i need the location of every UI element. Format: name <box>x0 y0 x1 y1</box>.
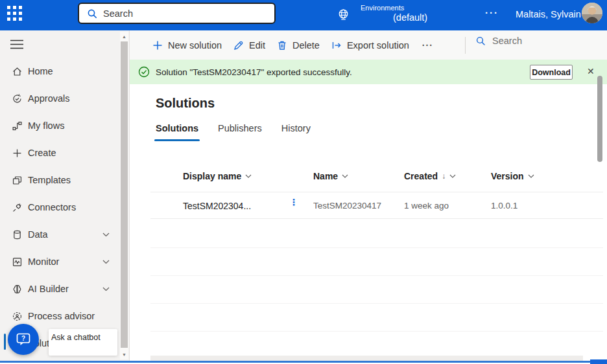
chevron-down-icon <box>245 174 252 178</box>
row-more-vertical-icon[interactable]: ⋮ <box>289 199 297 206</box>
list-search-box[interactable] <box>475 36 589 46</box>
tab-publishers[interactable]: Publishers <box>218 123 262 141</box>
row-separator <box>150 303 603 304</box>
command-overflow-icon[interactable]: ··· <box>420 40 436 51</box>
collapse-nav-icon[interactable] <box>10 40 23 49</box>
sidebar-item-label: Home <box>28 66 53 76</box>
ai-brain-icon <box>12 282 23 295</box>
tab-history[interactable]: History <box>281 123 311 141</box>
tab-solutions[interactable]: Solutions <box>156 123 198 141</box>
tab-strip: Solutions Publishers History <box>156 123 311 141</box>
plus-icon <box>152 40 163 51</box>
chatbot-tooltip: Ask a chatbot <box>49 329 117 356</box>
sidebar-item-connectors[interactable]: Connectors <box>0 194 119 221</box>
column-header-version[interactable]: Version <box>491 171 534 181</box>
sidebar-item-data[interactable]: Data <box>0 221 119 248</box>
sidebar-item-label: My flows <box>28 120 64 131</box>
user-name: Maltais, Sylvain <box>516 9 581 19</box>
divider <box>465 37 466 54</box>
sidebar-item-ai-builder[interactable]: AI Builder <box>0 275 119 302</box>
sidebar-item-monitor[interactable]: Monitor <box>0 248 119 275</box>
pencil-icon <box>233 40 244 51</box>
sort-descending-icon: ↓ <box>442 172 446 181</box>
close-icon[interactable]: ✕ <box>587 66 595 76</box>
chevron-down-icon <box>342 174 348 178</box>
chevron-down-icon <box>102 233 110 237</box>
chatbot-fab-button[interactable]: ? <box>8 324 39 355</box>
global-search-box[interactable] <box>78 3 276 24</box>
sidebar-item-approvals[interactable]: Approvals <box>0 85 119 112</box>
solutions-page: Solutions Solutions Publishers History D… <box>130 84 607 356</box>
process-advisor-icon <box>12 310 23 323</box>
power-automate-app: Environments (default) ··· Maltais, Sylv… <box>0 0 607 364</box>
export-solution-button[interactable]: Export solution <box>330 38 411 53</box>
sidebar-item-label: Process advisor <box>28 311 95 321</box>
horizontal-scrollbar-track[interactable] <box>150 356 583 361</box>
sidebar-item-label: Data <box>28 229 48 240</box>
top-app-bar: Environments (default) ··· Maltais, Sylv… <box>0 0 607 30</box>
command-bar: New solution Edit Delete Export solution… <box>130 30 607 60</box>
chevron-down-icon <box>528 174 534 178</box>
success-check-icon <box>138 66 150 78</box>
sidebar-item-label: AI Builder <box>28 284 69 294</box>
row-separator <box>150 275 603 276</box>
sidebar-item-label: Create <box>28 148 56 158</box>
search-icon <box>87 8 97 19</box>
app-launcher-waffle-icon[interactable] <box>7 6 24 23</box>
search-icon <box>475 36 486 46</box>
row-separator <box>150 247 603 248</box>
sidebar-item-create[interactable]: Create <box>0 139 119 166</box>
column-header-name[interactable]: Name <box>313 171 348 181</box>
sidebar-scrollbar-thumb[interactable] <box>121 41 128 348</box>
edit-button[interactable]: Edit <box>232 38 267 53</box>
export-icon <box>331 40 342 51</box>
list-search-input[interactable] <box>492 36 589 46</box>
environment-globe-icon <box>337 8 350 21</box>
flow-icon <box>12 119 23 132</box>
cell-version: 1.0.0.1 <box>491 201 518 210</box>
cell-created: 1 week ago <box>404 201 449 210</box>
environment-picker[interactable]: (default) <box>393 12 427 23</box>
vertical-scrollbar-thumb[interactable] <box>597 76 602 162</box>
plus-icon <box>12 146 23 159</box>
success-banner: Solution "TestSM20230417" exported succe… <box>130 60 607 84</box>
connector-plug-icon <box>12 201 23 214</box>
monitor-chart-icon <box>12 255 23 268</box>
table-row[interactable]: TestSM202304... ⋮ TestSM20230417 1 week … <box>150 192 603 219</box>
download-button[interactable]: Download <box>530 65 573 80</box>
chevron-down-icon <box>102 287 110 291</box>
sidebar-scrollbar[interactable]: ▲ ▼ <box>120 32 128 359</box>
templates-icon <box>12 174 23 187</box>
scrollbar-corner <box>590 359 607 364</box>
banner-message: Solution "TestSM20230417" exported succe… <box>156 67 352 77</box>
approvals-icon <box>12 92 23 105</box>
scroll-down-icon[interactable]: ▼ <box>120 352 128 357</box>
selected-nav-indicator <box>4 334 6 350</box>
column-header-display-name[interactable]: Display name <box>183 171 252 181</box>
cell-display-name[interactable]: TestSM202304... <box>183 201 251 211</box>
home-icon <box>12 65 23 78</box>
column-header-created[interactable]: Created ↓ <box>404 171 456 181</box>
avatar[interactable] <box>582 3 602 23</box>
trash-icon <box>277 40 287 51</box>
chevron-down-icon <box>449 174 456 178</box>
cell-name: TestSM20230417 <box>313 201 381 210</box>
sidebar-item-my-flows[interactable]: My flows <box>0 112 119 139</box>
sidebar-item-label: Monitor <box>28 256 59 267</box>
window-bottom-edge <box>0 361 607 363</box>
left-navigation: Home Approvals My flows Create Templates <box>0 30 130 361</box>
database-icon <box>12 228 23 241</box>
chevron-down-icon <box>102 260 110 264</box>
settings-more-icon[interactable]: ··· <box>485 7 499 18</box>
sidebar-item-label: Connectors <box>28 202 76 212</box>
sidebar-item-home[interactable]: Home <box>0 58 119 85</box>
sidebar-item-templates[interactable]: Templates <box>0 166 119 194</box>
new-solution-button[interactable]: New solution <box>151 38 223 53</box>
row-separator <box>150 331 603 332</box>
scroll-up-icon[interactable]: ▲ <box>120 34 128 39</box>
global-search-input[interactable] <box>103 8 274 19</box>
svg-text:?: ? <box>21 335 25 342</box>
delete-button[interactable]: Delete <box>276 38 321 53</box>
sidebar-item-label: Approvals <box>28 93 69 104</box>
page-title: Solutions <box>156 96 215 111</box>
